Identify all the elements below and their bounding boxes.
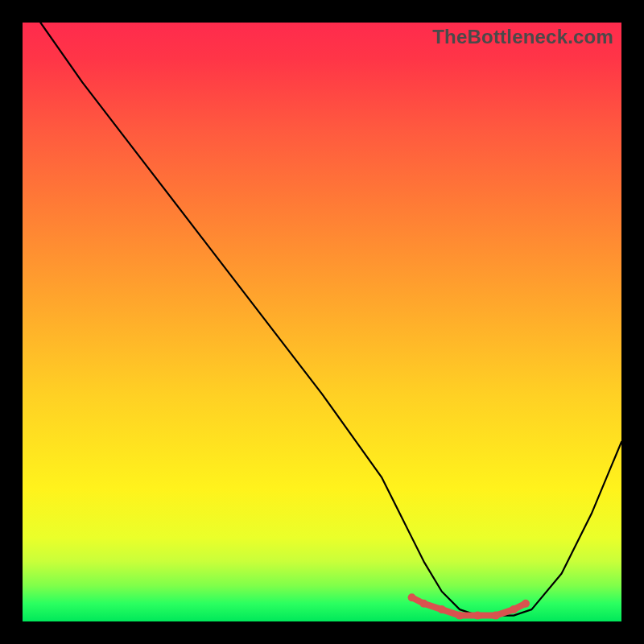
chart-frame: TheBottleneck.com bbox=[0, 0, 644, 644]
highlight-dot bbox=[408, 593, 416, 601]
optimal-range-highlight bbox=[412, 597, 526, 615]
plot-area: TheBottleneck.com bbox=[23, 23, 621, 621]
highlight-dot bbox=[510, 605, 518, 613]
highlight-dot bbox=[522, 600, 530, 608]
bottleneck-curve bbox=[40, 23, 621, 616]
highlight-dot bbox=[492, 612, 500, 620]
chart-overlay bbox=[23, 23, 621, 621]
highlight-dot bbox=[473, 612, 481, 620]
highlight-dot bbox=[438, 605, 446, 613]
highlight-dot bbox=[456, 612, 464, 620]
highlight-dot bbox=[420, 600, 428, 608]
